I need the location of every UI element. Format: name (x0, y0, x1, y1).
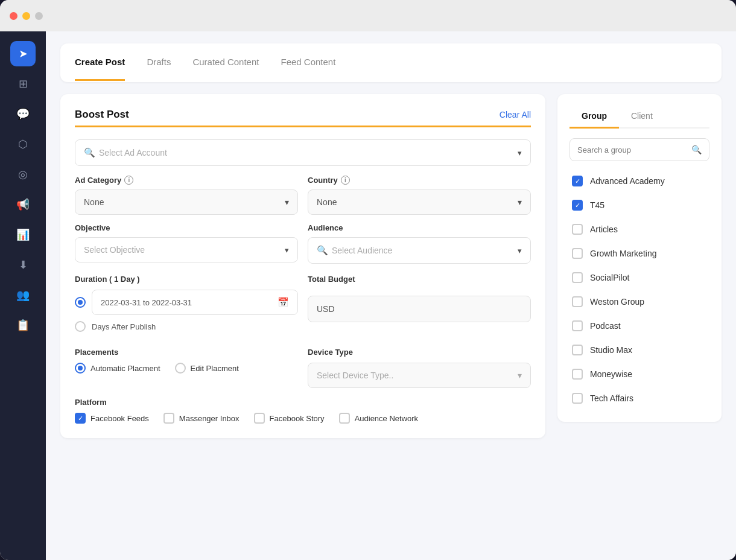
right-panel: GroupClient 🔍 ✓Advanced Academy✓T45Artic… (557, 94, 722, 422)
platform-checkbox[interactable] (339, 413, 350, 424)
date-range-input[interactable]: 2022-03-31 to 2022-03-31 📅 (92, 290, 298, 315)
target-icon[interactable]: ◎ (10, 162, 36, 187)
app-window: ➤⊞💬⬡◎📢📊⬇👥📋 Create PostDraftsCurated Cont… (0, 0, 736, 560)
platform-checkbox[interactable] (254, 413, 265, 424)
broadcast-icon[interactable]: 📢 (10, 192, 36, 217)
tab-create-post[interactable]: Create Post (75, 45, 125, 81)
content-icon[interactable]: 📋 (10, 313, 36, 338)
group-checkbox[interactable] (572, 320, 583, 331)
group-name: Advanced Academy (590, 176, 665, 186)
panel-tab-client[interactable]: Client (619, 106, 665, 129)
platform-option[interactable]: Facebook Story (254, 413, 325, 424)
device-type-group: Device Type Select Device Type.. ▾ (308, 348, 531, 388)
panel-tabs: GroupClient (569, 106, 709, 129)
tab-feed-content[interactable]: Feed Content (281, 45, 335, 81)
group-name: Tech Affairs (590, 393, 633, 403)
minimize-button[interactable] (22, 12, 30, 20)
group-checkbox[interactable] (572, 224, 583, 235)
audience-icon[interactable]: 👥 (10, 282, 36, 308)
search-group-input[interactable] (577, 145, 687, 154)
platform-checkbox[interactable]: ✓ (75, 413, 86, 424)
chevron-down-icon: ▾ (518, 371, 522, 380)
platform-option[interactable]: Audience Network (339, 413, 419, 424)
group-item[interactable]: Podcast (569, 314, 709, 337)
group-item[interactable]: Weston Group (569, 290, 709, 313)
tab-curated-content[interactable]: Curated Content (192, 45, 259, 81)
group-item[interactable]: Tech Affairs (569, 387, 709, 410)
download-icon[interactable]: ⬇ (10, 252, 36, 278)
country-info-icon[interactable]: i (341, 176, 350, 185)
duration-group: Duration ( 1 Day ) 2022-03-31 to 2022-03… (75, 275, 298, 338)
group-item[interactable]: ✓T45 (569, 194, 709, 217)
edit-placement-radio[interactable] (175, 363, 186, 374)
platform-checkbox[interactable] (163, 413, 174, 424)
content-row: Boost Post Clear All 🔍 Select Ad Account… (60, 94, 722, 438)
group-checkbox[interactable] (572, 248, 583, 259)
group-list: ✓Advanced Academy✓T45ArticlesGrowth Mark… (569, 170, 709, 410)
objective-label: Objective (75, 223, 298, 232)
analytics-icon[interactable]: 📊 (10, 222, 36, 247)
sidebar: ➤⊞💬⬡◎📢📊⬇👥📋 (0, 31, 46, 560)
country-group: Country i None ▾ (308, 176, 531, 215)
ad-category-group: Ad Category i None ▾ (75, 176, 298, 215)
ad-category-dropdown[interactable]: None ▾ (75, 189, 298, 215)
tab-drafts[interactable]: Drafts (147, 45, 171, 81)
group-checkbox[interactable]: ✓ (572, 200, 583, 211)
ad-account-select[interactable]: 🔍 Select Ad Account ▾ (75, 139, 531, 166)
group-item[interactable]: Moneywise (569, 363, 709, 386)
group-name: SocialPilot (590, 273, 629, 282)
automatic-placement-radio[interactable] (75, 363, 86, 374)
group-checkbox[interactable] (572, 296, 583, 307)
total-budget-group: Total Budget (308, 275, 531, 338)
platform-option[interactable]: ✓Facebook Feeds (75, 413, 149, 424)
chevron-down-icon: ▾ (285, 197, 289, 207)
platform-option[interactable]: Massenger Inbox (163, 413, 240, 424)
group-checkbox[interactable] (572, 393, 583, 404)
group-checkbox[interactable] (572, 272, 583, 283)
placements-options: Automatic Placment Edit Placment (75, 363, 298, 374)
search-icon: 🔍 (317, 245, 328, 256)
ad-category-info-icon[interactable]: i (124, 176, 133, 185)
close-button[interactable] (10, 12, 17, 20)
days-after-publish-radio[interactable] (75, 321, 86, 332)
group-checkbox[interactable]: ✓ (572, 176, 583, 186)
device-type-select[interactable]: Select Device Type.. ▾ (308, 363, 531, 388)
placements-label: Placements (75, 348, 298, 357)
group-name: Podcast (590, 321, 621, 331)
group-item[interactable]: Growth Marketing (569, 242, 709, 265)
chevron-down-icon: ▾ (518, 148, 522, 158)
panel-tab-group[interactable]: Group (569, 106, 619, 129)
group-item[interactable]: Articles (569, 218, 709, 241)
group-checkbox[interactable] (572, 345, 583, 355)
country-label: Country i (308, 176, 531, 185)
date-range-radio[interactable] (75, 297, 86, 308)
dashboard-icon[interactable]: ⊞ (10, 71, 36, 97)
navigation-icon[interactable]: ➤ (10, 41, 36, 66)
boost-card-header: Boost Post Clear All (75, 109, 531, 127)
objective-select[interactable]: Select Objective ▾ (75, 237, 298, 262)
placements-device-row: Placements Automatic Placment Edit Placm… (75, 348, 531, 388)
chevron-down-icon: ▾ (518, 197, 522, 207)
search-icon: 🔍 (84, 147, 95, 158)
group-item[interactable]: Studio Max (569, 339, 709, 361)
clear-all-button[interactable]: Clear All (500, 110, 531, 119)
calendar-icon: 📅 (278, 297, 289, 308)
edit-placement-option[interactable]: Edit Placment (175, 363, 239, 374)
budget-input[interactable] (308, 296, 531, 322)
main-content: Create PostDraftsCurated ContentFeed Con… (46, 31, 736, 560)
network-icon[interactable]: ⬡ (10, 132, 36, 157)
app-container: ➤⊞💬⬡◎📢📊⬇👥📋 Create PostDraftsCurated Cont… (0, 31, 736, 560)
messages-icon[interactable]: 💬 (10, 101, 36, 127)
objective-audience-row: Objective Select Objective ▾ A (75, 223, 531, 264)
group-name: Studio Max (590, 345, 632, 355)
maximize-button[interactable] (35, 12, 43, 20)
group-name: Articles (590, 224, 618, 234)
group-checkbox[interactable] (572, 369, 583, 380)
country-dropdown[interactable]: None ▾ (308, 189, 531, 215)
platform-options: ✓Facebook FeedsMassenger InboxFacebook S… (75, 413, 531, 424)
audience-select[interactable]: 🔍 Select Audience ▾ (308, 237, 531, 264)
automatic-placement-option[interactable]: Automatic Placment (75, 363, 160, 374)
group-item[interactable]: ✓Advanced Academy (569, 170, 709, 192)
group-item[interactable]: SocialPilot (569, 266, 709, 289)
search-group-container: 🔍 (569, 138, 709, 161)
